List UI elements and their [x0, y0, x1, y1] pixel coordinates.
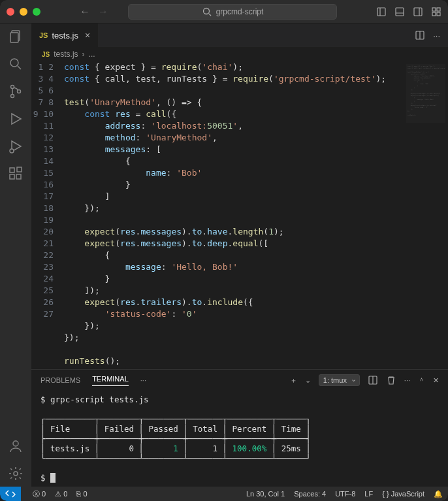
error-icon: ⓧ [33, 490, 40, 498]
accounts-icon[interactable] [8, 438, 24, 454]
command-center-search[interactable]: grpcmd-script [128, 4, 337, 20]
status-bar: ⓧ 0 ⚠ 0 ⎘ 0 Ln 30, Col 1 Spaces: 4 UTF-8… [0, 487, 448, 501]
status-language[interactable]: { } JavaScript [382, 490, 424, 498]
bottom-panel: PROBLEMS TERMINAL ··· ＋ ⌄ 1: tmux · [31, 369, 448, 487]
terminal-select[interactable]: 1: tmux [319, 374, 360, 386]
status-errors[interactable]: ⓧ 0 [33, 489, 46, 499]
nav-forward-button[interactable]: → [97, 6, 110, 18]
extensions-icon[interactable] [8, 166, 24, 182]
breadcrumb-file: tests.js [54, 50, 78, 59]
js-file-icon: JS [39, 31, 48, 39]
svg-point-14 [10, 59, 18, 67]
split-editor-icon[interactable] [415, 30, 425, 40]
nav-back-button[interactable]: ← [78, 6, 91, 18]
svg-rect-23 [10, 174, 14, 179]
maximize-window-button[interactable] [33, 8, 40, 16]
svg-point-26 [13, 441, 18, 446]
editor-tabs: JS tests.js × ··· [31, 24, 448, 47]
tab-label: tests.js [52, 31, 78, 40]
svg-point-17 [11, 95, 14, 98]
remote-indicator[interactable] [0, 487, 21, 501]
svg-point-16 [11, 86, 14, 89]
svg-line-15 [18, 66, 21, 69]
split-terminal-icon[interactable] [368, 375, 378, 385]
close-window-button[interactable] [7, 8, 14, 16]
titlebar-right-controls [376, 7, 441, 17]
close-tab-icon[interactable]: × [85, 30, 90, 40]
svg-rect-9 [437, 8, 440, 11]
status-eol[interactable]: LF [364, 490, 373, 498]
window-controls [7, 8, 40, 16]
ports-icon: ⎘ [76, 490, 81, 498]
testing-icon[interactable] [8, 138, 24, 154]
line-gutter: 1 2 3 4 5 6 7 8 9 10 11 12 13 14 15 16 1… [31, 61, 64, 369]
settings-gear-icon[interactable] [8, 466, 24, 481]
svg-marker-19 [12, 114, 21, 124]
svg-rect-8 [432, 8, 436, 11]
js-file-icon: JS [42, 51, 50, 58]
status-line-col[interactable]: Ln 30, Col 1 [246, 490, 285, 498]
svg-rect-11 [437, 12, 440, 16]
panel-tab-problems[interactable]: PROBLEMS [40, 376, 80, 384]
svg-point-21 [10, 149, 14, 153]
tab-tests-js[interactable]: JS tests.js × [31, 24, 99, 47]
svg-point-27 [14, 472, 18, 476]
terminal-content[interactable]: $ grpc-script tests.js ┌──────────┬─────… [31, 391, 448, 487]
svg-rect-10 [432, 12, 436, 16]
svg-point-18 [18, 90, 21, 93]
source-control-icon[interactable] [8, 84, 24, 99]
svg-rect-2 [377, 8, 385, 16]
svg-rect-6 [414, 8, 422, 16]
minimap[interactable]: const { expect } = require('chai'); cons… [406, 64, 445, 123]
svg-rect-22 [10, 168, 14, 172]
run-debug-icon[interactable] [8, 111, 24, 127]
code-content[interactable]: const { expect } = require('chai'); cons… [64, 61, 448, 369]
status-ports[interactable]: ⎘ 0 [76, 490, 87, 498]
panel-more-right-icon[interactable]: ··· [404, 376, 410, 384]
customize-layout-icon[interactable] [431, 7, 441, 17]
panel-tab-terminal[interactable]: TERMINAL [92, 375, 129, 386]
layout-panel-icon[interactable] [394, 7, 405, 17]
breadcrumb[interactable]: JS tests.js › ... [31, 47, 448, 61]
svg-rect-13 [10, 33, 18, 42]
breadcrumb-rest: ... [89, 50, 95, 59]
notifications-icon[interactable]: 🔔 [434, 490, 443, 498]
svg-rect-24 [16, 174, 21, 179]
svg-point-0 [203, 8, 209, 14]
more-actions-icon[interactable]: ··· [433, 31, 440, 40]
maximize-panel-icon[interactable]: ＾ [418, 376, 425, 385]
status-indent[interactable]: Spaces: 4 [294, 490, 326, 498]
search-label: grpcmd-script [216, 7, 264, 16]
remote-icon [5, 489, 16, 499]
status-encoding[interactable]: UTF-8 [335, 490, 355, 498]
warning-icon: ⚠ [55, 490, 61, 498]
layout-primary-icon[interactable] [376, 7, 387, 17]
status-warnings[interactable]: ⚠ 0 [55, 490, 67, 498]
panel-more-icon[interactable]: ··· [140, 376, 146, 384]
svg-rect-25 [17, 167, 22, 172]
new-terminal-icon[interactable]: ＋ [290, 376, 297, 385]
titlebar: ← → grpcmd-script [0, 0, 448, 24]
svg-rect-4 [396, 8, 404, 16]
close-panel-icon[interactable]: ✕ [433, 376, 439, 385]
search-icon [202, 7, 212, 17]
terminal-dropdown-icon[interactable]: ⌄ [305, 376, 311, 385]
minimize-window-button[interactable] [20, 8, 27, 16]
explorer-icon[interactable] [8, 29, 24, 44]
layout-secondary-icon[interactable] [413, 7, 423, 17]
svg-line-1 [209, 14, 211, 16]
code-editor[interactable]: 1 2 3 4 5 6 7 8 9 10 11 12 13 14 15 16 1… [31, 61, 448, 369]
kill-terminal-icon[interactable] [386, 375, 396, 385]
activity-bar [0, 24, 31, 487]
search-icon[interactable] [8, 56, 24, 72]
chevron-right-icon: › [82, 50, 85, 59]
